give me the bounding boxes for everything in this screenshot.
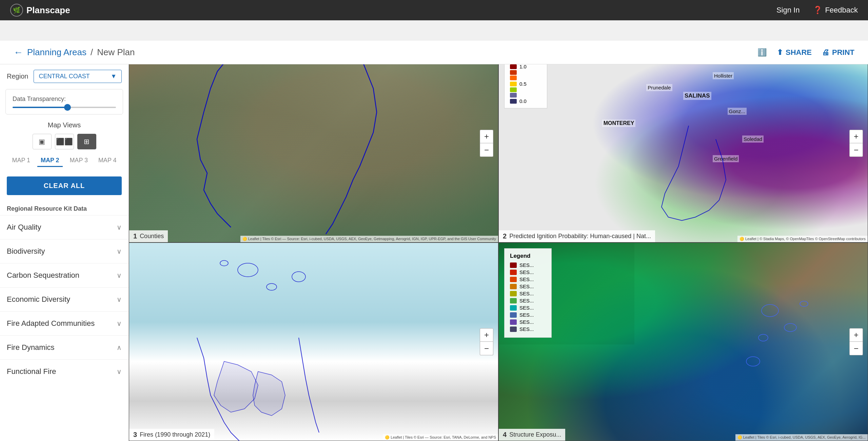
svg-point-5: [784, 323, 796, 332]
accordion-header-fire-adapted[interactable]: Fire Adapted Communities ∨: [0, 312, 129, 335]
breadcrumb-actions: ℹ️ ⬆ SHARE 🖨 PRINT: [757, 48, 854, 57]
prob-item-5: [510, 87, 541, 92]
app-logo: 🌿 Planscape: [10, 4, 70, 17]
top-navigation: 🌿 Planscape Sign In ❓ Feedback: [0, 0, 868, 20]
chevron-down-icon: ∨: [117, 247, 122, 255]
map4-label: 4 Structure Exposu...: [499, 429, 565, 441]
accordion-header-economic[interactable]: Economic Diversity ∨: [0, 288, 129, 311]
chevron-down-icon: ∨: [117, 223, 122, 231]
region-row: Region CENTRAL COAST ▼: [0, 70, 129, 89]
single-view-button[interactable]: ▣: [33, 134, 52, 149]
help-icon: ❓: [813, 6, 822, 15]
svg-point-2: [267, 284, 277, 290]
breadcrumb-separator: /: [91, 47, 93, 58]
chevron-down-icon: ∨: [117, 295, 122, 303]
accordion-carbon: Carbon Sequestration ∨: [0, 263, 129, 287]
map-views-section: Map Views ▣ ⬛⬛ ⊞ MAP 1 MAP 2 MAP 3 MAP 4: [0, 121, 129, 176]
accordion-economic: Economic Diversity ∨: [0, 287, 129, 311]
accordion-header-functional-fire[interactable]: Functional Fire ∨: [0, 360, 129, 383]
legend-item-2: SES...: [510, 269, 546, 275]
svg-point-8: [746, 357, 760, 366]
map2-zoom-controls: + −: [849, 130, 863, 157]
zoom-in-button[interactable]: +: [480, 130, 493, 143]
tab-map3[interactable]: MAP 3: [66, 155, 91, 167]
prob-item-6: [510, 93, 541, 98]
svg-point-3: [220, 260, 228, 266]
map-tabs: MAP 1 MAP 2 MAP 3 MAP 4: [7, 155, 122, 167]
tab-map2[interactable]: MAP 2: [37, 155, 63, 167]
map-panel-2[interactable]: SANTA CRUZ Watsonville Hollister Pruneda…: [498, 44, 868, 243]
map-view-buttons: ▣ ⬛⬛ ⊞: [7, 134, 122, 149]
accordion-header-air-quality[interactable]: Air Quality ∨: [0, 215, 129, 239]
prob-item-2: [510, 70, 541, 75]
print-button[interactable]: 🖨 PRINT: [822, 48, 854, 57]
legend-item-8: SES...: [510, 312, 546, 318]
quad-view-button[interactable]: ⊞: [77, 134, 96, 149]
map-panel-3[interactable]: + − 3 Fires (1990 through 2021) 🟡 Leafle…: [129, 243, 498, 441]
nav-actions: Sign In ❓ Feedback: [776, 6, 858, 15]
left-panel: Map Control Panel Region CENTRAL COAST ▼…: [0, 44, 129, 441]
map-panel-1[interactable]: START PLANNING: ✏️ DRAW AREA 📁 UPLOAD AR…: [129, 44, 498, 243]
legend-item-9: SES...: [510, 319, 546, 325]
clear-all-button[interactable]: CLEAR ALL: [7, 176, 122, 195]
svg-point-7: [800, 301, 808, 307]
zoom-in-button[interactable]: +: [849, 130, 863, 143]
breadcrumb-bar: ← Planning Areas / New Plan ℹ️ ⬆ SHARE 🖨…: [0, 41, 868, 64]
region-select[interactable]: CENTRAL COAST ▼: [34, 70, 122, 83]
legend-item-1: SES...: [510, 262, 546, 268]
zoom-out-button[interactable]: −: [849, 342, 863, 355]
tab-map4[interactable]: MAP 4: [95, 155, 120, 167]
planning-areas-link[interactable]: Planning Areas: [27, 47, 86, 58]
map4-structures: [499, 243, 868, 441]
info-button[interactable]: ℹ️: [757, 48, 767, 57]
svg-point-1: [292, 272, 305, 282]
legend-item-10: SES...: [510, 326, 546, 332]
map1-border: [129, 44, 498, 242]
accordion-fire-dynamics: Fire Dynamics ∧: [0, 335, 129, 359]
accordion-header-biodiversity[interactable]: Biodiversity ∨: [0, 239, 129, 263]
legend-item-6: SES...: [510, 298, 546, 303]
map2-border: [499, 44, 868, 242]
map-area: START PLANNING: ✏️ DRAW AREA 📁 UPLOAD AR…: [129, 44, 868, 441]
region-label: Region: [7, 72, 28, 80]
legend-box: Legend SES... SES... SES... SES...: [504, 248, 552, 338]
zoom-in-button[interactable]: +: [480, 328, 493, 342]
feedback-button[interactable]: ❓ Feedback: [813, 6, 858, 15]
transparency-slider[interactable]: [13, 107, 116, 108]
double-view-button[interactable]: ⬛⬛: [55, 134, 74, 149]
map4-zoom-controls: + −: [849, 328, 863, 355]
map-views-label: Map Views: [7, 121, 122, 129]
sign-in-button[interactable]: Sign In: [776, 6, 800, 15]
map3-fires: [129, 243, 498, 441]
main-layout: Map Control Panel Region CENTRAL COAST ▼…: [0, 44, 868, 441]
zoom-out-button[interactable]: −: [849, 143, 863, 157]
zoom-out-button[interactable]: −: [480, 342, 493, 355]
accordion-functional-fire: Functional Fire ∨: [0, 359, 129, 383]
accordion-header-carbon[interactable]: Carbon Sequestration ∨: [0, 264, 129, 287]
chevron-up-icon: ∧: [117, 343, 122, 352]
share-button[interactable]: ⬆ SHARE: [777, 48, 812, 57]
back-button[interactable]: ←: [14, 47, 23, 58]
accordion-header-fire-dynamics[interactable]: Fire Dynamics ∧: [0, 336, 129, 359]
zoom-out-button[interactable]: −: [480, 143, 493, 157]
chevron-down-icon: ▼: [111, 73, 117, 80]
slider-thumb[interactable]: [64, 104, 71, 111]
legend-title: Legend: [510, 253, 546, 259]
chevron-down-icon: ∨: [117, 319, 122, 328]
map1-label: 1 Counties: [129, 230, 168, 242]
svg-point-0: [238, 263, 258, 277]
prob-item-3: [510, 76, 541, 80]
legend-item-4: SES...: [510, 284, 546, 289]
tab-map1[interactable]: MAP 1: [8, 155, 34, 167]
legend-item-3: SES...: [510, 276, 546, 282]
chevron-down-icon: ∨: [117, 271, 122, 279]
map3-label: 3 Fires (1990 through 2021): [129, 429, 214, 441]
transparency-box: Data Transparency:: [5, 89, 123, 114]
share-icon: ⬆: [777, 48, 783, 57]
prob-item-4: 0.5: [510, 81, 541, 87]
info-icon: ℹ️: [757, 48, 767, 57]
map-panel-4[interactable]: Legend SES... SES... SES... SES...: [498, 243, 868, 441]
zoom-in-button[interactable]: +: [849, 328, 863, 342]
current-page: New Plan: [97, 47, 135, 58]
map1-zoom-controls: + −: [480, 130, 493, 157]
